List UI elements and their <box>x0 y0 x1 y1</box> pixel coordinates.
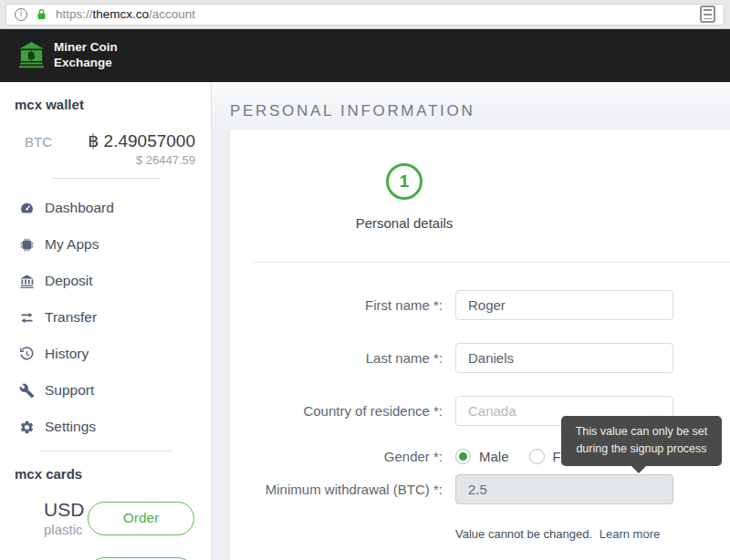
tooltip: This value can only be set during the si… <box>561 416 722 466</box>
sidebar-item-label: Deposit <box>45 273 93 289</box>
country-label: Country of residence *: <box>230 403 443 419</box>
url-host: themcx.co <box>93 7 150 21</box>
url-scheme: https:// <box>56 7 93 21</box>
wallet-currency: BTC <box>25 134 52 150</box>
reader-mode-icon[interactable] <box>700 5 715 23</box>
app-header: ฿ Miner Coin Exchange <box>0 29 730 82</box>
brand-line1: Miner Coin <box>54 40 118 56</box>
last-name-field[interactable] <box>455 343 673 373</box>
learn-more-link[interactable]: Learn more <box>600 527 660 541</box>
step-number-badge: 1 <box>386 163 422 200</box>
wallet-balance: BTC ฿ 2.49057000 $ 26447.59 <box>0 130 211 167</box>
gender-radio-male <box>455 449 471 464</box>
page-title: PERSONAL INFORMATION <box>230 102 730 120</box>
brand-bank-icon[interactable]: ฿ <box>17 40 46 72</box>
help-text: Value cannot be changed. <box>455 527 592 541</box>
form-row-first-name: First name *: <box>230 290 730 320</box>
sidebar-divider <box>52 178 160 179</box>
sidebar-item-transfer[interactable]: Transfer <box>0 299 211 336</box>
sidebar-item-label: History <box>45 346 89 362</box>
sidebar-item-support[interactable]: Support <box>0 372 211 409</box>
gender-option-label: Male <box>479 449 509 464</box>
sidebar-item-settings[interactable]: Settings <box>0 409 211 445</box>
sidebar-item-label: Dashboard <box>45 200 114 216</box>
wizard-step: 1 Personal details <box>230 163 579 231</box>
min-withdrawal-label: Minimum withdrawal (BTC) *: <box>230 482 443 497</box>
address-bar[interactable]: i https://themcx.co/account <box>5 4 725 26</box>
browser-toolbar: i https://themcx.co/account <box>0 0 730 29</box>
min-withdrawal-field[interactable] <box>455 474 673 504</box>
sidebar-nav: Dashboard My Apps <box>0 190 211 445</box>
brand-line2: Exchange <box>54 56 118 71</box>
card-currency: USD <box>44 499 84 521</box>
cards-heading: mcx cards <box>15 466 211 482</box>
history-icon <box>17 347 36 362</box>
svg-text:฿: ฿ <box>27 49 36 62</box>
url-path: /account <box>149 7 195 21</box>
last-name-label: Last name *: <box>230 350 443 366</box>
country-select-value: Canada <box>468 403 516 419</box>
sidebar-item-history[interactable]: History <box>0 336 211 372</box>
wallet-btc-amount: ฿ 2.49057000 <box>88 130 195 151</box>
brand-name[interactable]: Miner Coin Exchange <box>54 40 118 71</box>
transfer-arrows-icon <box>17 310 36 326</box>
wallet-heading: mcx wallet <box>15 97 211 112</box>
sidebar-item-my-apps[interactable]: My Apps <box>0 226 211 263</box>
card-divider <box>253 262 730 263</box>
wallet-usd-amount: $ 26447.59 <box>88 153 195 167</box>
first-name-label: First name *: <box>230 297 443 313</box>
bank-icon <box>17 274 36 289</box>
step-label: Personal details <box>356 215 454 231</box>
gender-label: Gender *: <box>230 449 443 464</box>
first-name-field[interactable] <box>455 290 673 320</box>
sidebar: mcx wallet BTC ฿ 2.49057000 $ 26447.59 D… <box>0 82 212 560</box>
card-row-usd: USD plastic Order <box>44 499 194 537</box>
sidebar-divider <box>40 451 172 451</box>
card-material: plastic <box>44 522 84 537</box>
sidebar-item-deposit[interactable]: Deposit <box>0 263 211 299</box>
sidebar-item-label: My Apps <box>45 236 99 253</box>
order-usd-card-button[interactable]: Order <box>88 502 194 535</box>
sidebar-item-label: Support <box>45 382 94 399</box>
min-withdrawal-help: Value cannot be changed. Learn more <box>455 527 730 541</box>
form-row-last-name: Last name *: <box>230 343 730 373</box>
main-content: PERSONAL INFORMATION 1 Personal details … <box>212 82 730 560</box>
sidebar-item-dashboard[interactable]: Dashboard <box>0 190 211 226</box>
form-row-min-withdrawal: Minimum withdrawal (BTC) *: <box>230 474 730 504</box>
site-info-icon[interactable]: i <box>15 8 27 21</box>
chip-icon <box>17 237 36 253</box>
secure-lock-icon[interactable] <box>36 7 47 21</box>
personal-info-card: 1 Personal details First name *: Last na… <box>230 130 730 560</box>
dashboard-icon <box>17 201 36 216</box>
gender-radio-female <box>529 449 545 464</box>
url-text: https://themcx.co/account <box>56 7 195 21</box>
gear-icon <box>17 420 36 435</box>
sidebar-item-label: Transfer <box>45 309 97 326</box>
sidebar-item-label: Settings <box>45 419 96 435</box>
wrench-icon <box>17 383 36 399</box>
gender-option-male[interactable]: Male <box>455 449 509 464</box>
